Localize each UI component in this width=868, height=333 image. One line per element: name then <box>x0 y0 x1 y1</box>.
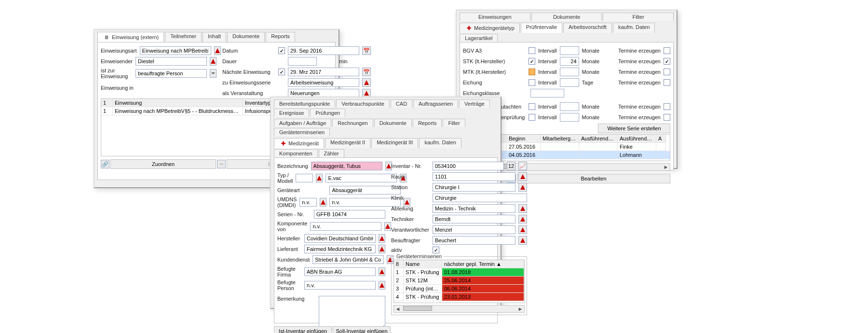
bezeichnung-input[interactable] <box>311 162 382 170</box>
th-col[interactable]: Mitarbeitergru… <box>541 135 579 143</box>
zuordnen-button[interactable]: Zuordnen <box>110 159 216 169</box>
table-cell[interactable] <box>541 143 579 151</box>
tab-inhalt[interactable]: Inhalt <box>203 32 226 42</box>
inv-action-icon[interactable]: 📈 <box>518 162 527 170</box>
soll-inventar-button[interactable]: Soll-Inventar einfügen <box>333 326 391 333</box>
th-term-idx[interactable]: 8 <box>394 260 404 268</box>
typ1-lookup[interactable] <box>316 174 323 182</box>
interval-checkbox[interactable] <box>529 103 535 110</box>
einweisender-input[interactable] <box>136 57 207 66</box>
scroll-left-icon[interactable]: ◄ <box>394 305 402 312</box>
verantw-lookup[interactable] <box>518 225 527 234</box>
table-cell[interactable]: Prüfung (inter… <box>404 285 442 293</box>
table-cell[interactable]: 06.06.2014 <box>442 285 524 293</box>
tab-med2[interactable]: Medizingerät II <box>325 138 370 148</box>
naechste-input[interactable] <box>288 68 359 76</box>
verantw-input[interactable] <box>433 225 515 234</box>
term-checkbox[interactable] <box>664 69 670 75</box>
table-cell[interactable] <box>656 143 666 151</box>
th-col[interactable]: A <box>656 135 666 143</box>
lief-lookup[interactable] <box>379 245 385 253</box>
table-cell[interactable] <box>579 151 618 159</box>
serie-lookup[interactable] <box>362 78 371 87</box>
tech-input[interactable] <box>433 215 515 223</box>
table-cell[interactable] <box>541 151 579 159</box>
bpers-input[interactable] <box>304 281 376 290</box>
term-checkbox[interactable] <box>664 47 670 54</box>
typ-input-2[interactable] <box>326 174 397 182</box>
istzur-dropdown[interactable] <box>210 69 217 78</box>
interval-checkbox[interactable] <box>529 79 535 86</box>
bfirma-lookup[interactable] <box>379 267 385 276</box>
th-col[interactable]: Beginn <box>507 135 541 143</box>
tab-ereignisse[interactable]: Ereignisse <box>274 109 309 117</box>
term-checkbox[interactable] <box>664 79 670 86</box>
term-table[interactable]: 8 Name nächster gepl. Termin ▲ 1 STK - P… <box>393 260 525 303</box>
tab-bereitpunkte[interactable]: Bereitstellungspunkte <box>274 99 335 108</box>
intervall-input[interactable] <box>560 113 579 122</box>
table-cell[interactable]: 3 <box>394 285 404 293</box>
dauer-input[interactable] <box>288 57 317 66</box>
table-cell[interactable] <box>579 143 618 151</box>
scroll-thumb[interactable] <box>403 306 432 311</box>
th-einweisung[interactable]: Einweisung <box>113 99 243 107</box>
naechste-checkbox[interactable] <box>278 69 285 75</box>
tab-vertraege[interactable]: Verträge <box>459 99 490 108</box>
th-idx[interactable]: 1 <box>101 99 113 107</box>
tab-auftragss[interactable]: Auftragsserien <box>413 99 458 108</box>
th-term-date[interactable]: nächster gepl. Termin ▲ <box>442 260 524 268</box>
tab-cad[interactable]: CAD <box>391 99 412 108</box>
intervall-input[interactable] <box>560 68 579 76</box>
table-cell[interactable] <box>656 151 666 159</box>
table-cell[interactable]: STK - Prüfung <box>404 293 442 301</box>
weitere-serie-button[interactable]: Weitere Serie erstellen <box>598 124 670 133</box>
table-cell[interactable]: STK - Prüfung <box>404 268 442 277</box>
einweisender-lookup[interactable] <box>210 57 217 66</box>
abt-input[interactable] <box>433 204 515 213</box>
beauf-lookup[interactable] <box>518 236 527 245</box>
tab-einweisungen[interactable]: Einweisungen <box>460 13 530 21</box>
geraet-input[interactable] <box>329 186 401 194</box>
tab-arbeit[interactable]: Arbeitsvorschrift <box>563 23 612 33</box>
klinik-input[interactable] <box>433 194 527 202</box>
th-term-name[interactable]: Name <box>404 260 442 268</box>
serie-input[interactable] <box>288 78 359 87</box>
term-checkbox[interactable] <box>664 58 670 65</box>
intervall-input[interactable] <box>560 57 579 66</box>
table-cell[interactable]: 04.05.2016 <box>507 151 541 159</box>
tab-dokumente[interactable]: Dokumente <box>227 32 265 42</box>
tab-verbrpunkte[interactable]: Verbrauchspunkte <box>336 99 390 108</box>
herst-lookup[interactable] <box>379 234 385 243</box>
th-col[interactable]: Ausführender i… <box>579 135 618 143</box>
tab-pruef[interactable]: Prüfintervalle <box>521 23 562 33</box>
tab-medgeraet[interactable]: ✚ Medizingerät <box>274 138 324 148</box>
einweisungsart-lookup[interactable] <box>214 46 221 55</box>
umdns1-lookup[interactable] <box>320 198 326 207</box>
raum-input[interactable] <box>433 172 515 181</box>
tab-med3[interactable]: Medizingerät III <box>371 138 418 148</box>
term-checkbox[interactable] <box>664 103 670 110</box>
table-cell[interactable]: Lohmann <box>618 151 656 159</box>
tab-medtyp[interactable]: ✚ Medizingerätetyp <box>460 23 520 33</box>
datum-checkbox[interactable] <box>278 47 285 54</box>
table-cell[interactable]: 4 <box>394 293 404 301</box>
tab-filter-p2[interactable]: Filter <box>443 119 465 127</box>
unlink-icon[interactable]: ✂ <box>217 160 226 168</box>
datum-calendar[interactable]: 📅 <box>362 46 371 55</box>
table-cell[interactable]: 2 <box>394 277 404 285</box>
beauf-input[interactable] <box>433 236 515 245</box>
lief-input[interactable] <box>304 245 376 253</box>
tab-rep-p2[interactable]: Reports <box>413 119 442 127</box>
interval-checkbox[interactable] <box>529 69 535 75</box>
tab-rechn[interactable]: Rechnungen <box>332 119 373 127</box>
station-lookup[interactable] <box>518 183 527 192</box>
tab-doku-p2[interactable]: Dokumente <box>374 119 412 127</box>
einweisungsart-input[interactable] <box>140 46 211 55</box>
komp-lookup[interactable] <box>384 222 391 231</box>
tab-reports[interactable]: Reports <box>266 32 295 42</box>
intervall-input[interactable] <box>560 102 579 111</box>
table-cell[interactable]: 01.08.2018 <box>442 268 524 277</box>
bfirma-input[interactable] <box>304 267 376 276</box>
eichungs							klasse-input[interactable] <box>530 89 564 97</box>
tab-komp[interactable]: Komponenten <box>274 149 318 157</box>
